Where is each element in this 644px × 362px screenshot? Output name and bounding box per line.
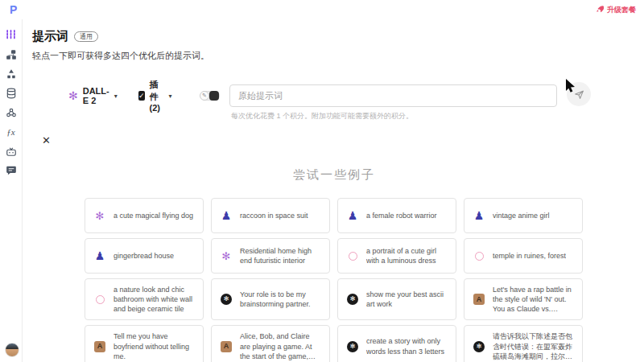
pencil-icon: ✎	[200, 91, 209, 101]
model-select-dropdown[interactable]: ✻ DALL-E 2 ▾	[68, 84, 118, 107]
database-icon	[6, 88, 17, 99]
close-icon[interactable]: ✕	[42, 135, 51, 146]
example-card-text: Your role is to be my brainstorming part…	[240, 290, 321, 309]
example-card-text: temple in ruines, forest	[493, 251, 566, 261]
model-select-label: DALL-E 2	[83, 86, 109, 105]
example-card-text: 请告诉我以下陈述是否包含时代错误：在盟军轰炸硫磺岛海滩期间，拉尔夫大声...	[493, 331, 574, 360]
app-logo-icon[interactable]: P	[8, 3, 21, 16]
chatgpt-icon: ✻	[347, 294, 358, 305]
page-badge: 通用	[74, 31, 98, 43]
example-card[interactable]: ✻ 请告诉我以下陈述是否包含时代错误：在盟军轰炸硫磺岛海滩期间，拉尔夫大声...	[464, 325, 583, 362]
pink-ring-icon	[349, 252, 357, 261]
example-card[interactable]: ♟ raccoon in space suit	[211, 198, 330, 233]
example-card-text: gingerbread house	[114, 251, 174, 261]
example-card[interactable]: ♟ gingerbread house	[85, 238, 204, 274]
plugins-label: 插件 (2)	[150, 79, 164, 113]
plugins-checkbox[interactable]: ✓	[138, 91, 145, 101]
rocket-icon	[596, 5, 604, 14]
example-card-text: show me your best ascii art work	[366, 290, 448, 309]
topbar: P 升级套餐	[0, 0, 644, 19]
robot-icon	[6, 146, 17, 157]
user-avatar[interactable]	[5, 343, 19, 357]
claude-icon: A	[221, 341, 232, 352]
example-card[interactable]: ✻ a cute magical flying dog	[85, 198, 204, 233]
example-card-text: Let's have a rap battle in the style of …	[493, 285, 574, 314]
example-card-text: vintage anime girl	[493, 211, 550, 220]
example-card[interactable]: a nature look and chic bathroom with whi…	[85, 278, 204, 320]
optimize-send-button[interactable]	[567, 82, 591, 106]
chevron-down-icon: ▾	[114, 93, 118, 100]
page-subtitle: 轻点一下即可获得多达四个优化后的提示词。	[32, 50, 209, 62]
example-card[interactable]: ✻ show me your best ascii art work	[337, 278, 456, 320]
edit-mode-toggle[interactable]: ✎	[200, 91, 220, 101]
sidebar-item-agent[interactable]	[5, 145, 17, 157]
example-card-text: a portrait of a cute girl with a luminou…	[366, 246, 448, 265]
chatgpt-icon: ✻	[221, 294, 232, 305]
example-card[interactable]: A Let's have a rap battle in the style o…	[464, 278, 583, 320]
sidebar-item-flows[interactable]	[5, 48, 17, 60]
example-card-text: a nature look and chic bathroom with whi…	[114, 285, 195, 314]
stable-diffusion-icon: ♟	[474, 210, 485, 221]
send-icon	[574, 89, 584, 100]
stable-diffusion-icon: ♟	[348, 210, 358, 221]
workflow-icon	[6, 49, 17, 60]
sidebar-item-optimizer[interactable]	[5, 68, 17, 80]
logo-letter: P	[10, 3, 17, 16]
plugins-dropdown[interactable]: ✓ 插件 (2) ▾	[138, 84, 171, 107]
example-card[interactable]: ✻ Residential home high end futuristic i…	[211, 238, 330, 274]
examples-grid: ✻ a cute magical flying dog ♟ raccoon in…	[85, 198, 584, 362]
openai-icon: ✻	[68, 90, 78, 101]
sidebar-item-prompts[interactable]	[5, 29, 17, 41]
upgrade-plan-label: 升级套餐	[607, 5, 636, 15]
main-content: 提示词 通用 轻点一下即可获得多达四个优化后的提示词。 ✕ ✻ DALL-E 2…	[23, 19, 644, 362]
example-card-text: a female robot warrior	[366, 211, 437, 220]
credit-note: 每次优化花费 1 个积分。附加功能可能需要额外的积分。	[231, 111, 413, 121]
example-card-text: Alice, Bob, and Claire are playing a gam…	[240, 331, 321, 360]
example-card[interactable]: a portrait of a cute girl with a luminou…	[337, 238, 456, 274]
claude-icon: A	[94, 341, 105, 352]
chatgpt-icon: ✻	[347, 341, 358, 352]
example-card-text: raccoon in space suit	[240, 211, 308, 220]
claude-icon: A	[473, 294, 485, 305]
upgrade-plan-button[interactable]: 升级套餐	[596, 5, 636, 15]
example-card[interactable]: ✻ Your role is to be my brainstorming pa…	[211, 278, 330, 320]
example-card-text: Residential home high end futuristic int…	[240, 246, 321, 265]
toggle-knob	[209, 91, 219, 101]
example-card[interactable]: A Tell me you have boyfriend without tel…	[85, 325, 204, 362]
example-card-text: Tell me you have boyfriend without telli…	[114, 331, 195, 360]
chat-icon	[6, 165, 17, 176]
sidebar-item-data[interactable]	[5, 87, 17, 99]
sidebar-item-functions[interactable]: ƒx	[5, 125, 17, 138]
functions-icon: ƒx	[6, 127, 14, 137]
pink-ring-icon	[475, 252, 484, 261]
page-title: 提示词	[32, 29, 68, 44]
example-card-text: create a story with only words less than…	[366, 336, 448, 356]
sliders-icon	[5, 29, 17, 41]
chevron-down-icon: ▾	[168, 93, 171, 100]
examples-heading: 尝试一些例子	[85, 167, 584, 183]
chatgpt-icon: ✻	[473, 341, 485, 352]
pink-ring-icon	[96, 295, 105, 304]
webhook-icon	[6, 107, 17, 118]
sidebar-item-services[interactable]	[5, 106, 17, 118]
stable-diffusion-icon: ♟	[221, 210, 232, 221]
stable-diffusion-icon: ♟	[95, 250, 105, 261]
sidebar-item-chat[interactable]	[5, 164, 17, 176]
example-card-text: a cute magical flying dog	[114, 211, 193, 220]
sidebar: ƒx	[0, 19, 23, 362]
example-card[interactable]: A Alice, Bob, and Claire are playing a g…	[211, 325, 330, 362]
example-card[interactable]: ✻ create a story with only words less th…	[337, 325, 456, 362]
prompt-input[interactable]	[229, 84, 557, 107]
example-card[interactable]: temple in ruines, forest	[464, 238, 583, 274]
hierarchy-icon	[6, 68, 17, 80]
openai-icon: ✻	[222, 251, 231, 261]
example-card[interactable]: ♟ a female robot warrior	[337, 198, 456, 233]
example-card[interactable]: ♟ vintage anime girl	[464, 198, 583, 233]
openai-icon: ✻	[96, 211, 105, 221]
